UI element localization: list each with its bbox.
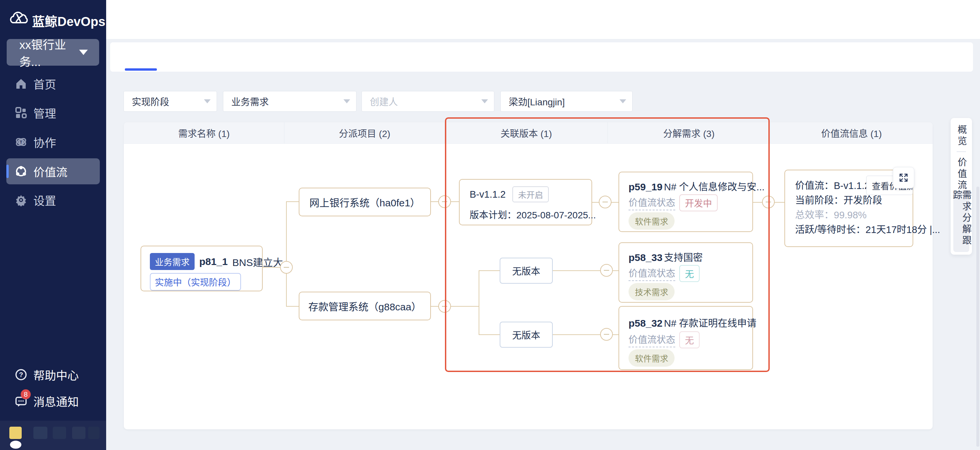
filter-business-requirement-value: 业务需求 xyxy=(231,95,269,108)
requirement-type-pill: 技术需求 xyxy=(628,283,675,300)
no-version-label: 无版本 xyxy=(512,264,540,277)
filter-assignee[interactable]: 梁劲[Liangjin] xyxy=(500,91,633,112)
active-indicator xyxy=(6,165,9,178)
chevron-down-icon xyxy=(204,99,211,103)
no-version-node[interactable]: 无版本 xyxy=(500,258,553,284)
column-header-requirement: 需求名称 (1) xyxy=(124,122,285,143)
sidebar-item-help[interactable]: ? 帮助中心 xyxy=(0,362,106,388)
panel-item-label: 需求分解跟踪 xyxy=(952,190,970,252)
blueking-logo-icon xyxy=(8,10,30,27)
chevron-down-icon xyxy=(344,99,350,103)
stream-status-tag: 开发中 xyxy=(679,194,718,211)
home-icon xyxy=(15,77,27,90)
panel-divider xyxy=(957,151,966,152)
stream-status-label[interactable]: 价值流状态 xyxy=(628,332,675,347)
stream-status-label[interactable]: 价值流状态 xyxy=(628,195,675,210)
app-logo-title: 蓝鲸DevOps xyxy=(32,11,105,30)
collapse-toggle[interactable] xyxy=(600,264,613,277)
stream-info-efficiency: 总效率：99.98% xyxy=(795,207,867,221)
breakdown-id: p58_33 xyxy=(628,252,663,263)
sidebar-item-manage[interactable]: 管理 xyxy=(0,100,106,126)
footer-tile xyxy=(72,427,86,439)
collapse-toggle[interactable] xyxy=(762,196,775,208)
breakdown-id: p59_19 xyxy=(628,181,663,192)
sidebar-item-label: 管理 xyxy=(33,105,56,121)
chevron-down-icon xyxy=(481,99,488,103)
breakdown-title: N# 存款证明在线申请 xyxy=(664,318,756,329)
grid-icon xyxy=(15,106,27,119)
version-node[interactable]: B-v1.1.2 未开启 版本计划：2025-08-07-2025... xyxy=(459,179,592,225)
column-header-breakdown: 分解需求 (3) xyxy=(608,122,770,143)
avatar-body xyxy=(10,440,21,448)
no-version-node[interactable]: 无版本 xyxy=(500,322,553,348)
sidebar-item-value-stream[interactable]: 价值流 xyxy=(6,158,100,184)
chevron-down-icon xyxy=(619,99,626,103)
expand-icon xyxy=(898,172,909,183)
breakdown-card[interactable]: p58_33 支持国密 价值流状态 无 技术需求 xyxy=(619,242,753,303)
requirement-type-pill: 软件需求 xyxy=(628,349,675,367)
project-name: 存款管理系统（g88caa） xyxy=(309,299,421,313)
svg-text:T: T xyxy=(20,140,22,145)
breakdown-title: N# 个人信息修改与安... xyxy=(664,182,764,192)
breakdown-card[interactable]: p59_19 N# 个人信息修改与安... 价值流状态 开发中 软件需求 xyxy=(619,172,753,232)
breakdown-title: 支持国密 xyxy=(664,252,703,263)
collapse-toggle[interactable] xyxy=(280,261,293,274)
collapse-toggle[interactable] xyxy=(438,195,451,208)
requirement-node[interactable]: 业务需求 p81_1 BNS建立大... 实施中（实现阶段） xyxy=(140,246,263,292)
svg-text:?: ? xyxy=(19,371,23,378)
breakdown-card[interactable]: p58_32 N# 存款证明在线申请 价值流状态 无 软件需求 xyxy=(619,306,753,370)
column-header-row: 需求名称 (1) 分派项目 (2) 关联版本 (1) 分解需求 (3) 价值流信… xyxy=(124,122,932,144)
question-circle-icon: ? xyxy=(15,368,27,381)
panel-item-overview[interactable]: 概览 xyxy=(957,125,966,147)
sidebar-user-footer xyxy=(0,421,106,450)
filter-creator[interactable]: 创建人 xyxy=(361,91,494,112)
breakdown-id: p58_32 xyxy=(628,318,663,329)
sidebar-item-label: 协作 xyxy=(33,134,56,151)
connector-line xyxy=(286,306,299,307)
connector-line xyxy=(479,271,479,335)
scrollbar-thumb[interactable] xyxy=(976,187,979,447)
sidebar-item-settings[interactable]: 设置 xyxy=(0,187,106,213)
filter-stage-value: 实现阶段 xyxy=(132,95,169,108)
requirement-stage-tag: 实施中（实现阶段） xyxy=(150,273,241,291)
project-node[interactable]: 存款管理系统（g88caa） xyxy=(299,292,431,320)
sidebar-item-label: 价值流 xyxy=(33,163,67,180)
requirement-type-badge: 业务需求 xyxy=(150,253,195,270)
collapse-toggle[interactable] xyxy=(438,300,451,313)
filter-assignee-value: 梁劲[Liangjin] xyxy=(509,95,565,108)
version-plan: 版本计划：2025-08-07-2025... xyxy=(469,210,596,220)
column-header-stream-info: 价值流信息 (1) xyxy=(770,122,932,143)
top-header xyxy=(106,0,980,39)
connector-line xyxy=(286,201,299,202)
subtab-toolbar-band xyxy=(110,42,973,72)
fullscreen-button[interactable] xyxy=(893,167,914,189)
sidebar-item-notifications[interactable]: 消息通知 xyxy=(0,388,106,414)
version-name: B-v1.1.2 xyxy=(469,189,506,200)
subtab-active-underline xyxy=(125,68,157,71)
no-version-label: 无版本 xyxy=(512,328,540,341)
project-node[interactable]: 网上银行系统（ha0fe1） xyxy=(299,188,431,216)
footer-tile xyxy=(88,427,99,439)
stream-info-duration: 活跃/等待时长：21天17时18分 |... xyxy=(795,222,940,236)
panel-item-breakdown-tracking[interactable]: 需求分解跟踪 xyxy=(953,190,969,252)
sidebar-item-home[interactable]: 首页 xyxy=(0,71,106,97)
sidebar-item-label: 设置 xyxy=(33,192,56,208)
panel-item-value-stream[interactable]: 价值流 xyxy=(957,157,966,191)
sidebar-item-label: 消息通知 xyxy=(33,393,79,409)
connector-line xyxy=(479,334,500,335)
filter-stage[interactable]: 实现阶段 xyxy=(124,91,217,112)
notification-badge: 8 xyxy=(21,389,31,399)
project-name: 网上银行系统（ha0fe1） xyxy=(309,195,420,209)
chevron-down-icon xyxy=(79,50,88,55)
sidebar-item-collab[interactable]: T 协作 xyxy=(0,129,106,155)
avatar[interactable] xyxy=(10,427,22,439)
sidebar-item-label: 帮助中心 xyxy=(33,367,79,383)
filter-business-requirement[interactable]: 业务需求 xyxy=(223,91,356,112)
version-status-tag: 未开启 xyxy=(512,186,549,202)
project-selector-label: xx银行业务... xyxy=(19,35,79,69)
stream-status-label[interactable]: 价值流状态 xyxy=(628,266,675,281)
app-root: 蓝鲸DevOps xx银行业务... 首页 管理 T 协作 价值流 设置 xyxy=(0,0,980,450)
collapse-toggle[interactable] xyxy=(600,328,613,341)
project-selector[interactable]: xx银行业务... xyxy=(7,39,99,66)
collapse-toggle[interactable] xyxy=(599,196,611,208)
